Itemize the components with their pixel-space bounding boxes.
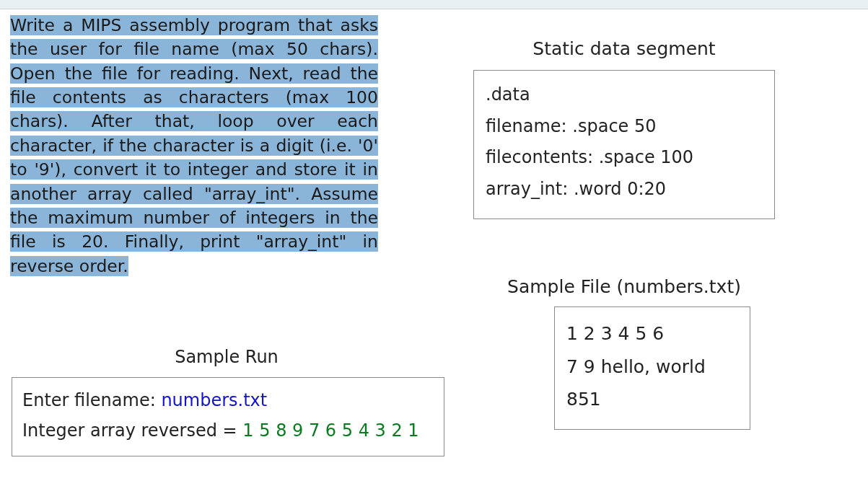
- document-page: Write a MIPS assembly program that asks …: [0, 9, 868, 481]
- output-label: Integer array reversed =: [22, 420, 242, 441]
- static-data-segment-box: .data filename: .space 50 filecontents: …: [473, 70, 775, 219]
- file-line: 7 9 hello, world: [566, 350, 738, 384]
- sample-run-title: Sample Run: [10, 347, 443, 367]
- code-line: array_int: .word 0:20: [486, 174, 763, 206]
- sample-run-line: Enter filename: numbers.txt: [22, 385, 434, 415]
- sample-file-box: 1 2 3 4 5 6 7 9 hello, world 851: [554, 306, 750, 430]
- static-data-segment-title: Static data segment: [473, 38, 776, 59]
- file-line: 851: [566, 383, 738, 416]
- file-line: 1 2 3 4 5 6: [566, 317, 738, 350]
- sample-run-box: Enter filename: numbers.txt Integer arra…: [12, 377, 444, 456]
- user-input-value: numbers.txt: [161, 390, 267, 410]
- highlighted-text[interactable]: Write a MIPS assembly program that asks …: [10, 15, 378, 276]
- code-line: filecontents: .space 100: [486, 142, 763, 174]
- sample-file-title: Sample File (numbers.txt): [473, 276, 776, 297]
- code-line: .data: [486, 79, 763, 111]
- window-top-bar: [0, 0, 868, 9]
- output-value: 1 5 8 9 7 6 5 4 3 2 1: [242, 420, 418, 441]
- problem-statement[interactable]: Write a MIPS assembly program that asks …: [10, 14, 378, 278]
- code-line: filename: .space 50: [486, 111, 763, 143]
- sample-run-line: Integer array reversed = 1 5 8 9 7 6 5 4…: [22, 415, 434, 446]
- prompt-label: Enter filename:: [22, 390, 161, 410]
